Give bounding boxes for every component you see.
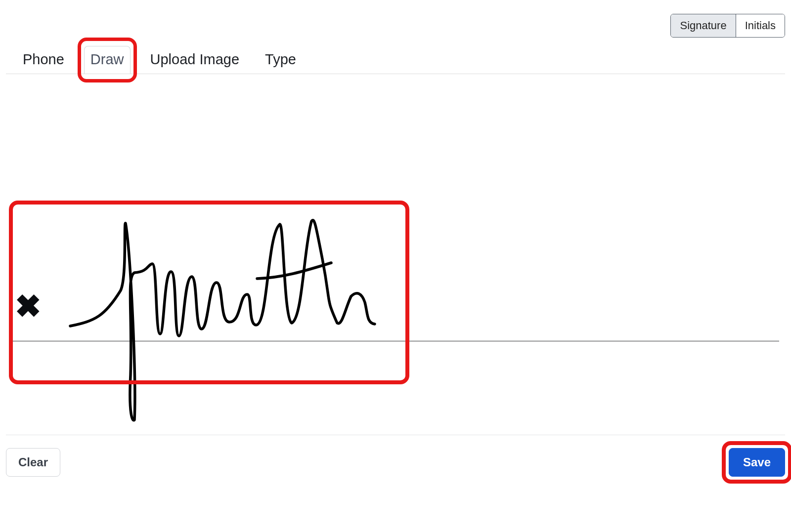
- input-method-tabs: Phone Draw Upload Image Type: [6, 14, 785, 74]
- save-button[interactable]: Save: [729, 448, 785, 477]
- signature-canvas-region[interactable]: ✖: [6, 99, 785, 425]
- action-bar: Clear Save: [6, 435, 785, 477]
- signature-initials-toggle: Signature Initials: [670, 14, 785, 38]
- tab-type[interactable]: Type: [259, 46, 302, 74]
- drawn-signature: [6, 99, 481, 425]
- save-button-wrapper: Save: [729, 448, 785, 477]
- tab-draw[interactable]: Draw: [84, 46, 131, 74]
- initials-mode-button[interactable]: Initials: [736, 14, 785, 37]
- tab-phone[interactable]: Phone: [17, 46, 70, 74]
- tab-upload-image[interactable]: Upload Image: [144, 46, 246, 74]
- clear-button[interactable]: Clear: [6, 448, 60, 477]
- top-area: Signature Initials Phone Draw Upload Ima…: [6, 6, 785, 74]
- tab-draw-label: Draw: [90, 51, 124, 67]
- signature-mode-button[interactable]: Signature: [671, 14, 736, 37]
